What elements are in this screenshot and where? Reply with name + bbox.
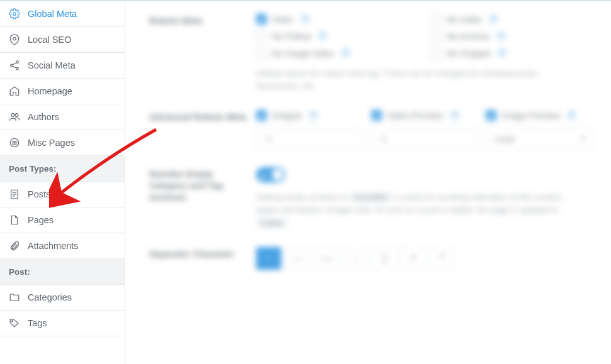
- sidebar-item-label: Categories: [28, 292, 72, 302]
- help-icon[interactable]: ?: [451, 111, 459, 119]
- svg-point-8: [15, 114, 18, 117]
- main-content: Robots Meta Index ? No Index ?: [125, 1, 611, 364]
- robots-option-noarchive[interactable]: No Archive ?: [431, 31, 593, 41]
- tag-icon: [9, 316, 23, 330]
- field-label: Noindex Empty Category and Tag Archives: [149, 167, 256, 229]
- separator-option[interactable]: *: [430, 247, 455, 270]
- field-label: Advanced Robots Meta: [149, 110, 256, 150]
- checkbox-checked-icon[interactable]: [371, 110, 382, 121]
- svg-point-17: [12, 321, 13, 322]
- video-preview-input[interactable]: -1: [371, 127, 479, 150]
- help-icon[interactable]: ?: [568, 111, 576, 119]
- sidebar-item-label: Tags: [28, 318, 47, 328]
- svg-point-4: [16, 67, 19, 70]
- share-icon: [9, 58, 23, 72]
- sidebar-item-label: Homepage: [28, 86, 72, 96]
- separator-option[interactable]: –: [285, 247, 310, 270]
- svg-line-5: [13, 63, 16, 65]
- field-description: Default values for robots meta tag. Thes…: [256, 67, 583, 92]
- sidebar-item-attachments[interactable]: Attachments: [0, 233, 125, 259]
- field-description: Setting empty archives to noindex is use…: [256, 191, 583, 229]
- help-icon[interactable]: ?: [490, 15, 498, 23]
- checkbox-icon: [431, 31, 442, 41]
- users-icon: [9, 110, 23, 124]
- sidebar-item-homepage[interactable]: Homepage: [0, 79, 125, 104]
- folder-icon: [9, 290, 23, 304]
- svg-line-6: [13, 66, 16, 68]
- svg-point-0: [13, 13, 16, 16]
- field-label: Separator Character: [149, 247, 256, 270]
- sidebar-item-authors[interactable]: Authors: [0, 104, 125, 130]
- sidebar-item-tags[interactable]: Tags: [0, 311, 125, 336]
- noindex-empty-field: Noindex Empty Category and Tag Archives …: [149, 167, 593, 229]
- robots-option-index[interactable]: Index ?: [256, 14, 418, 25]
- separator-option[interactable]: :: [343, 247, 368, 270]
- snippet-input[interactable]: -1: [256, 127, 364, 150]
- list-icon: [9, 136, 23, 150]
- svg-point-3: [11, 64, 13, 67]
- field-label: Robots Meta: [149, 14, 256, 92]
- home-icon: [9, 84, 23, 98]
- sidebar-item-local-seo[interactable]: Local SEO: [0, 27, 125, 53]
- checkbox-checked-icon[interactable]: [256, 110, 267, 121]
- help-icon[interactable]: ?: [498, 49, 506, 57]
- svg-point-7: [11, 114, 14, 117]
- sidebar-item-label: Global Meta: [28, 9, 77, 19]
- sidebar-item-label: Local SEO: [28, 35, 71, 45]
- robots-option-nosnippet[interactable]: No Snippet ?: [431, 48, 593, 58]
- sidebar-section-post: Post:: [0, 259, 125, 285]
- sidebar-item-label: Posts: [28, 189, 50, 199]
- help-icon[interactable]: ?: [301, 15, 309, 23]
- chevron-down-icon: [580, 137, 585, 140]
- sidebar-item-social-meta[interactable]: Social Meta: [0, 53, 125, 79]
- page-icon: [9, 213, 23, 227]
- checkbox-checked-icon[interactable]: [486, 110, 496, 121]
- checkbox-icon: [256, 31, 267, 41]
- help-icon[interactable]: ?: [497, 32, 505, 40]
- robots-option-nofollow[interactable]: No Follow ?: [256, 31, 418, 41]
- sidebar-item-label: Attachments: [28, 241, 79, 251]
- document-icon: [9, 187, 23, 201]
- sidebar-item-global-meta[interactable]: Global Meta: [0, 1, 125, 27]
- svg-point-2: [16, 61, 19, 63]
- help-icon[interactable]: ?: [342, 49, 350, 57]
- sidebar-item-misc-pages[interactable]: Misc Pages: [0, 130, 125, 156]
- help-icon[interactable]: ?: [318, 32, 327, 40]
- sidebar-item-label: Authors: [28, 112, 59, 122]
- separator-option[interactable]: |: [372, 247, 397, 270]
- sidebar-item-label: Pages: [28, 215, 53, 225]
- separator-field: Separator Character - – — : | • *: [149, 247, 593, 270]
- checkbox-checked-icon: [256, 14, 267, 25]
- help-icon[interactable]: ?: [309, 111, 317, 119]
- robots-option-noimageindex[interactable]: No Image Index ?: [256, 48, 418, 58]
- separator-option[interactable]: -: [256, 247, 281, 270]
- paperclip-icon: [9, 239, 23, 253]
- checkbox-icon: [431, 48, 442, 58]
- sidebar-section-post-types: Post Types:: [0, 156, 125, 182]
- separator-option[interactable]: •: [401, 247, 426, 270]
- sidebar-item-label: Social Meta: [28, 60, 76, 70]
- sidebar-item-posts[interactable]: Posts: [0, 182, 125, 207]
- toggle-switch[interactable]: [256, 167, 285, 182]
- sidebar: Global Meta Local SEO Social Meta Homepa…: [0, 1, 125, 364]
- gear-icon: [9, 7, 23, 21]
- pin-icon: [9, 33, 23, 47]
- checkbox-icon: [431, 14, 442, 25]
- advanced-robots-field: Advanced Robots Meta Snippet ? -1: [149, 110, 593, 150]
- robots-option-noindex[interactable]: No Index ?: [431, 14, 593, 25]
- robots-meta-field: Robots Meta Index ? No Index ?: [149, 14, 593, 92]
- svg-point-1: [13, 37, 16, 40]
- sidebar-item-categories[interactable]: Categories: [0, 285, 125, 311]
- sidebar-item-pages[interactable]: Pages: [0, 207, 125, 233]
- image-preview-select[interactable]: Large: [486, 127, 593, 150]
- separator-option[interactable]: —: [314, 247, 339, 270]
- sidebar-item-label: Misc Pages: [28, 138, 75, 148]
- checkbox-icon: [256, 48, 267, 58]
